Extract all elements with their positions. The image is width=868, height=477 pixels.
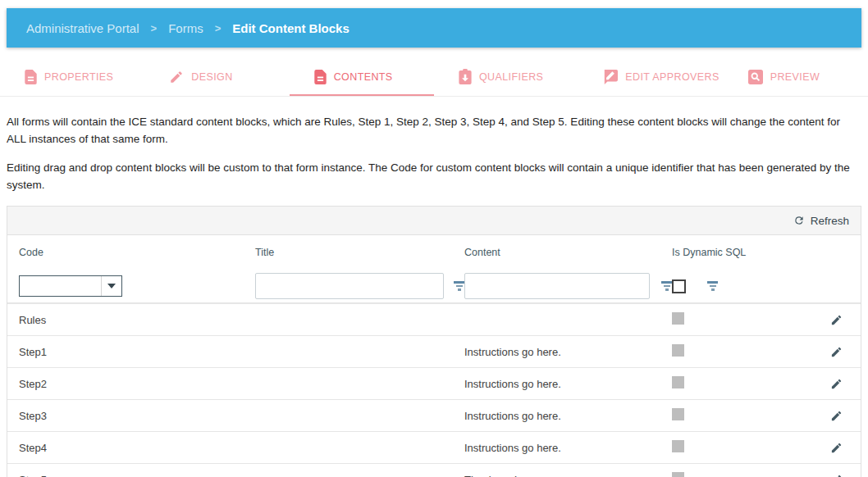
column-header-content[interactable]: Content [464,247,672,258]
cell-code: Rules [7,314,255,326]
page-title: Edit Content Blocks [232,21,349,35]
dynamic-sql-checkbox [672,408,684,420]
title-filter-input[interactable] [255,273,444,299]
edit-row-icon[interactable] [830,442,843,454]
table-row: Step2 Instructions go here. [7,367,861,399]
document-icon [314,70,327,84]
tab-label: PREVIEW [770,71,820,83]
column-header-is-dynamic-sql[interactable]: Is Dynamic SQL [672,247,795,258]
chevron-right-icon: > [151,22,158,34]
dynamic-sql-filter-checkbox[interactable] [672,279,686,293]
cell-content: Instructions go here. [464,410,672,422]
grid-toolbar: Refresh [7,207,861,235]
edit-row-icon[interactable] [830,314,843,326]
tab-label: PROPERTIES [44,71,113,83]
breadcrumb-admin-portal[interactable]: Administrative Portal [26,21,139,35]
tab-contents[interactable]: CONTENTS [290,57,434,96]
dynamic-sql-checkbox [672,440,684,452]
column-header-title[interactable]: Title [255,247,464,258]
cell-code: Step4 [7,442,255,454]
title-filter-menu-icon[interactable] [454,281,464,291]
refresh-button[interactable]: Refresh [793,215,849,227]
document-icon [25,70,37,84]
dropdown-button[interactable] [101,276,121,296]
table-row: Rules [7,303,861,335]
sql-filter-menu-icon[interactable] [707,281,718,291]
tab-label: CONTENTS [334,71,393,83]
code-filter-dropdown[interactable] [19,275,122,297]
edit-row-icon[interactable] [830,346,843,358]
refresh-icon [793,215,805,226]
content-filter-menu-icon[interactable] [661,281,672,291]
grid-header-row: Code Title Content Is Dynamic SQL [7,235,861,270]
edit-row-icon[interactable] [830,410,843,422]
content-blocks-grid: Refresh Code Title Content Is Dynamic SQ… [7,206,861,477]
magnifier-icon [748,70,763,84]
code-filter-value [20,276,101,296]
cell-code: Step2 [7,378,255,390]
tab-properties[interactable]: PROPERTIES [0,57,144,96]
tab-edit-approvers[interactable]: EDIT APPROVERS [578,57,723,96]
intro-paragraph-2: Editing drag and drop content blocks wil… [7,159,861,193]
cell-code: Step3 [7,410,255,422]
chevron-right-icon: > [215,22,222,34]
dynamic-sql-checkbox [672,344,684,357]
dynamic-sql-checkbox [672,376,684,388]
tab-preview[interactable]: PREVIEW [724,57,868,96]
breadcrumb: Administrative Portal > Forms > Edit Con… [7,8,861,48]
cell-content: Thank you! [464,474,672,477]
edit-row-icon[interactable] [830,378,843,390]
dynamic-sql-checkbox [672,312,684,325]
message-edit-icon [603,70,618,84]
cell-content: Instructions go here. [464,346,672,358]
tab-label: QUALIFIERS [479,71,543,83]
dynamic-sql-checkbox [672,472,684,477]
chevron-down-icon [107,284,116,288]
pencil-icon [169,70,184,84]
table-row: Step3 Instructions go here. [7,399,861,431]
cell-code: Step1 [7,346,255,358]
grid-filter-row [7,270,861,303]
tab-label: EDIT APPROVERS [625,71,719,83]
cell-content: Instructions go here. [464,442,672,454]
column-header-code[interactable]: Code [7,247,255,258]
edit-row-icon[interactable] [830,474,843,477]
cell-content: Instructions go here. [464,378,672,390]
breadcrumb-forms[interactable]: Forms [168,21,203,35]
table-row: Step1 Instructions go here. [7,335,861,367]
tab-design[interactable]: DESIGN [144,57,289,96]
clipboard-download-icon [459,69,472,84]
intro-paragraph-1: All forms will contain the ICE standard … [7,113,861,148]
table-row: Step5 Thank you! [7,463,861,477]
intro-text: All forms will contain the ICE standard … [7,113,861,193]
tab-qualifiers[interactable]: QUALIFIERS [434,57,578,96]
tab-bar: PROPERTIES DESIGN CONTENTS QUALIFIERS ED… [0,57,868,97]
cell-code: Step5 [7,474,255,477]
tab-label: DESIGN [191,71,232,83]
refresh-label: Refresh [811,215,849,227]
table-row: Step4 Instructions go here. [7,431,861,463]
content-filter-input[interactable] [464,273,650,299]
